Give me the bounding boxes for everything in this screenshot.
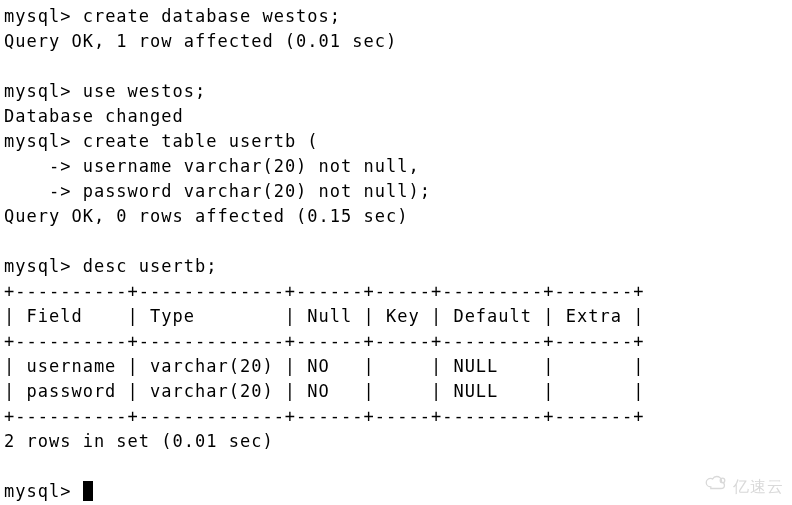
cont-prompt: -> bbox=[4, 181, 83, 201]
cmd-desc: desc usertb; bbox=[83, 256, 218, 276]
cursor-icon[interactable] bbox=[83, 481, 93, 501]
prompt: mysql> bbox=[4, 81, 83, 101]
table-header: | Field | Type | Null | Key | Default | … bbox=[4, 306, 644, 326]
watermark-text: 亿速云 bbox=[733, 474, 784, 499]
table-footer: 2 rows in set (0.01 sec) bbox=[4, 431, 274, 451]
table-row: | password | varchar(20) | NO | | NULL |… bbox=[4, 381, 644, 401]
watermark: 亿速云 bbox=[703, 474, 784, 499]
prompt: mysql> bbox=[4, 481, 83, 501]
resp-create-db: Query OK, 1 row affected (0.01 sec) bbox=[4, 31, 397, 51]
cmd-create-db: create database westos; bbox=[83, 6, 341, 26]
prompt: mysql> bbox=[4, 256, 83, 276]
prompt: mysql> bbox=[4, 131, 83, 151]
prompt: mysql> bbox=[4, 6, 83, 26]
resp-use: Database changed bbox=[4, 106, 184, 126]
terminal-output: mysql> create database westos; Query OK,… bbox=[4, 4, 788, 504]
table-border: +----------+-------------+------+-----+-… bbox=[4, 281, 644, 301]
cmd-use: use westos; bbox=[83, 81, 207, 101]
table-border: +----------+-------------+------+-----+-… bbox=[4, 406, 644, 426]
cmd-create-table: create table usertb ( bbox=[83, 131, 319, 151]
cont-prompt: -> bbox=[4, 156, 83, 176]
resp-create-table: Query OK, 0 rows affected (0.15 sec) bbox=[4, 206, 408, 226]
table-border: +----------+-------------+------+-----+-… bbox=[4, 331, 644, 351]
cmd-create-table-l2: password varchar(20) not null); bbox=[83, 181, 431, 201]
cloud-icon bbox=[703, 474, 729, 499]
cmd-create-table-l1: username varchar(20) not null, bbox=[83, 156, 420, 176]
table-row: | username | varchar(20) | NO | | NULL |… bbox=[4, 356, 644, 376]
